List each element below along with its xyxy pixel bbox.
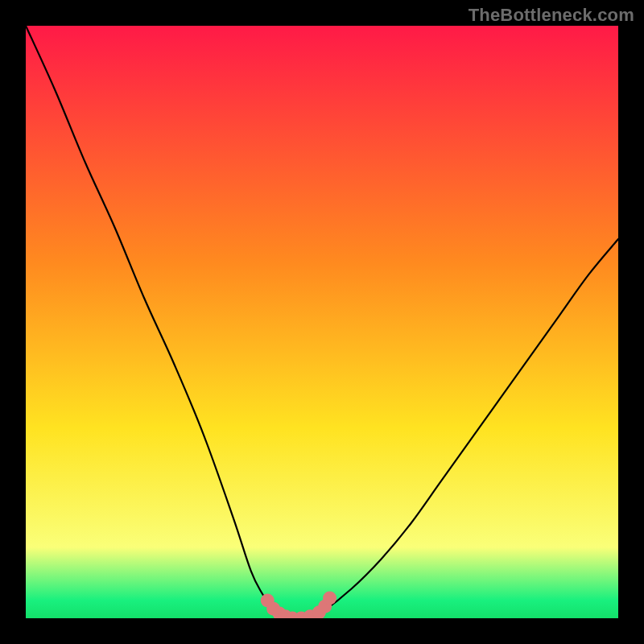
curve-marker — [323, 591, 336, 605]
chart-plot-area — [26, 26, 618, 618]
chart-svg — [26, 26, 618, 618]
chart-frame: TheBottleneck.com — [0, 0, 644, 644]
gradient-background — [26, 26, 618, 618]
watermark-text: TheBottleneck.com — [469, 5, 634, 26]
